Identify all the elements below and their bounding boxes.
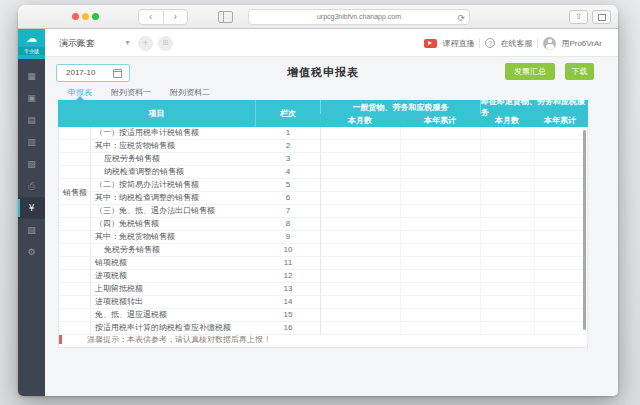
sidebar-toggle-icon[interactable] (218, 11, 233, 23)
back-button[interactable]: ‹ (139, 10, 164, 24)
cell-value (481, 244, 535, 257)
row-item-label: 免税劳务销售额 (91, 244, 256, 257)
cell-value (401, 244, 481, 257)
row-line-number: 12 (256, 270, 321, 283)
table-row: （三）免、抵、退办法出口销售额7 (59, 205, 587, 218)
sidebar-item-dashboard[interactable]: ▦ (18, 65, 45, 87)
row-line-number: 10 (256, 244, 321, 257)
tab-overview-button[interactable] (592, 10, 611, 24)
row-group-cell (59, 257, 91, 270)
divider (479, 38, 480, 48)
cell-value (321, 127, 401, 140)
row-line-number: 14 (256, 296, 321, 309)
col-header-item: 项目 (58, 100, 255, 127)
cell-value (401, 283, 481, 296)
download-button[interactable]: 下载 (565, 63, 594, 80)
row-group-cell (59, 270, 91, 283)
row-line-number: 3 (256, 153, 321, 166)
cell-value (535, 296, 587, 309)
url-text: urpcg3hibfvn.chanapp.com (317, 13, 401, 20)
browser-window: ‹ › urpcg3hibfvn.chanapp.com ⟳ ⇧ ☁ 专业版 演… (18, 5, 618, 396)
nav-buttons: ‹ › (138, 9, 188, 25)
cell-value (321, 257, 401, 270)
cell-value (401, 192, 481, 205)
avatar[interactable] (543, 37, 556, 50)
username[interactable]: 用Pro6VrAr (561, 38, 602, 49)
row-item-label: 上期留抵税额 (91, 283, 256, 296)
row-item-label: （二）按简易办法计税销售额 (91, 179, 256, 192)
online-support-link[interactable]: 在线客服 (500, 38, 532, 49)
cell-value (535, 283, 587, 296)
reload-icon[interactable]: ⟳ (457, 11, 465, 25)
sidebar-item-tax[interactable]: ¥ (18, 197, 45, 219)
apps-grid-button[interactable]: ⊞ (158, 36, 173, 51)
table-row: （二）按简易办法计税销售额5 (59, 179, 587, 192)
sidebar-item-reports[interactable]: ▥ (18, 131, 45, 153)
top-bar-right: 课程直播 ? 在线客服 用Pro6VrAr (424, 29, 602, 57)
cell-value (401, 179, 481, 192)
cell-value (321, 283, 401, 296)
chevron-down-icon[interactable]: ▼ (124, 29, 131, 57)
cell-value (535, 270, 587, 283)
table-scrollbar[interactable] (583, 130, 586, 330)
cell-value (481, 153, 535, 166)
cell-value (481, 257, 535, 270)
live-badge-icon (424, 39, 437, 48)
help-icon: ? (485, 38, 495, 48)
period-date-picker[interactable]: 2017-10 (56, 64, 130, 82)
cell-value (321, 166, 401, 179)
tab-3[interactable]: 附列资料二 (170, 86, 210, 100)
table-row: 免、抵、退应退税额15 (59, 309, 587, 322)
table-body: （一）按适用税率计税销售额1其中：应税货物销售额2应税劳务销售额3纳税检查调整的… (59, 127, 587, 335)
app-logo[interactable]: ☁ 专业版 (18, 29, 45, 59)
sidebar-item-voucher[interactable]: ▣ (18, 87, 45, 109)
cloud-logo-icon: ☁ (18, 29, 45, 47)
row-line-number: 7 (256, 205, 321, 218)
cell-value (535, 140, 587, 153)
sidebar-item-salary[interactable]: ▨ (18, 219, 45, 241)
row-group-cell (59, 283, 91, 296)
sidebar-item-cashier[interactable]: ⎙ (18, 175, 45, 197)
divider (537, 38, 538, 48)
address-bar[interactable]: urpcg3hibfvn.chanapp.com ⟳ (248, 9, 470, 25)
cell-value (535, 179, 587, 192)
row-item-label: （一）按适用税率计税销售额 (91, 127, 256, 140)
cell-value (401, 166, 481, 179)
cell-value (481, 179, 535, 192)
cell-value (321, 205, 401, 218)
sidebar-item-settings[interactable]: ⚙ (18, 241, 45, 263)
tab-2[interactable]: 附列资料一 (111, 86, 151, 100)
row-line-number: 5 (256, 179, 321, 192)
close-window-button[interactable] (72, 13, 79, 20)
sidebar-item-ledger[interactable]: ▤ (18, 109, 45, 131)
sidebar-item-assets[interactable]: ▧ (18, 153, 45, 175)
cell-value (535, 257, 587, 270)
account-set-selector[interactable]: 演示账套 (59, 29, 95, 57)
add-button[interactable]: + (138, 36, 153, 51)
share-button[interactable]: ⇧ (569, 10, 588, 24)
table-row: 纳税检查调整的销售额4 (59, 166, 587, 179)
table-row: 其中：免税货物销售额9 (59, 231, 587, 244)
row-line-number: 2 (256, 140, 321, 153)
cell-value (321, 179, 401, 192)
minimize-window-button[interactable] (82, 13, 89, 20)
row-line-number: 8 (256, 218, 321, 231)
assets-icon: ▧ (27, 159, 36, 169)
row-line-number: 6 (256, 192, 321, 205)
cell-value (401, 153, 481, 166)
cell-value (321, 231, 401, 244)
zoom-window-button[interactable] (92, 13, 99, 20)
invoice-summary-button[interactable]: 发票汇总 (505, 63, 555, 80)
forward-button[interactable]: › (164, 10, 188, 24)
cell-value (321, 244, 401, 257)
cell-value (481, 140, 535, 153)
live-course-link[interactable]: 课程直播 (442, 38, 474, 49)
table-row: 免税劳务销售额10 (59, 244, 587, 257)
table-row: 其中：应税货物销售额2 (59, 140, 587, 153)
app-top-bar: ☁ 专业版 演示账套 ▼ + ⊞ 课程直播 ? 在线客服 用Pro6VrAr (18, 29, 618, 57)
cell-value (321, 192, 401, 205)
cell-value (481, 270, 535, 283)
cell-value (481, 309, 535, 322)
row-item-label: 其中：免税货物销售额 (91, 231, 256, 244)
ledger-icon: ▤ (27, 115, 36, 125)
